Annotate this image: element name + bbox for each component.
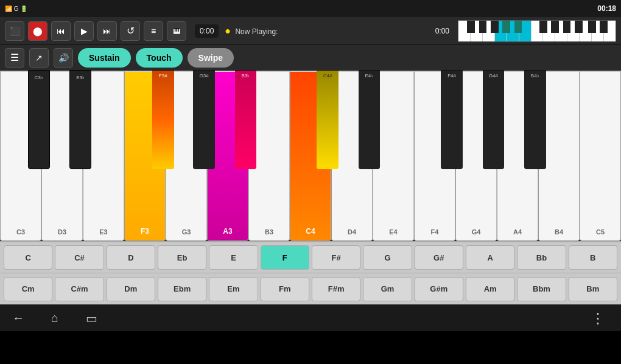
volume-button[interactable]: 🔊: [54, 48, 73, 68]
chord-Am[interactable]: Am: [466, 277, 514, 301]
chord-Fm[interactable]: Fm: [261, 277, 309, 301]
controls-bar: ☰ ↗ 🔊 Sustain Touch Swipe: [0, 45, 621, 71]
chord-Gsharp[interactable]: G#: [415, 245, 463, 270]
black-key-label: F3#: [159, 73, 167, 79]
list-button[interactable]: ≡: [144, 21, 163, 41]
now-playing-label: ● Now Playing:: [225, 26, 431, 37]
sustain-button[interactable]: Sustain: [78, 48, 131, 68]
chord-A[interactable]: A: [466, 245, 514, 270]
chord-Eb[interactable]: Eb: [158, 245, 206, 270]
key-C3sharp[interactable]: C3♭: [28, 71, 50, 169]
record-button[interactable]: ⬤: [28, 21, 47, 41]
key-G3sharp[interactable]: G3#: [193, 71, 215, 169]
nav-bar: ← ⌂ ▭ ⋮: [0, 304, 621, 331]
time-display: 00:18: [597, 4, 616, 13]
chord-Bm[interactable]: Bm: [569, 277, 617, 301]
chord-Em[interactable]: Em: [209, 277, 258, 301]
chord-F[interactable]: F: [261, 245, 309, 270]
overflow-button[interactable]: ⋮: [580, 307, 616, 329]
chord-Csharp-m[interactable]: C#m: [55, 277, 103, 301]
chord-Gm[interactable]: Gm: [363, 277, 412, 301]
prev-button[interactable]: ⏮: [51, 21, 71, 41]
chord-E[interactable]: E: [209, 245, 258, 270]
piano-section: C3 D3 E3 F3 G3 A3 B3 C4 D4 E4 F4 G4 A4 B…: [0, 71, 621, 241]
chord-B[interactable]: B: [569, 245, 617, 270]
chord-Bbm[interactable]: Bbm: [517, 277, 566, 301]
key-G4sharp[interactable]: G4#: [483, 71, 505, 169]
chord-Gsharp-m[interactable]: G#m: [415, 277, 463, 301]
chord-major-row: C C# D Eb E F F# G G# A Bb B: [0, 241, 621, 273]
chord-Fsharp-m[interactable]: F#m: [312, 277, 360, 301]
key-E4flat[interactable]: E4♭: [359, 71, 381, 169]
chord-Csharp[interactable]: C#: [55, 245, 103, 270]
signal-icon: 📶 G 🔋: [5, 5, 27, 12]
key-E3flat[interactable]: E3♭: [69, 71, 91, 169]
chord-Dm[interactable]: Dm: [107, 277, 155, 301]
touch-button[interactable]: Touch: [136, 48, 183, 68]
stop-button[interactable]: ⬛: [5, 21, 24, 41]
menu-button[interactable]: ☰: [5, 48, 24, 68]
play-button[interactable]: ▶: [74, 21, 94, 41]
recent-button[interactable]: ▭: [73, 307, 110, 329]
chord-C[interactable]: C: [4, 245, 52, 270]
black-key-label: B3♭: [241, 73, 250, 79]
start-time: 0:00: [195, 24, 219, 38]
chord-Fsharp[interactable]: F#: [312, 245, 360, 270]
black-key-label: E3♭: [76, 75, 85, 80]
black-key-label: C3♭: [35, 75, 43, 80]
chord-G[interactable]: G: [363, 245, 412, 270]
midi-button[interactable]: 🎹: [167, 21, 186, 41]
next-button[interactable]: ⏭: [97, 21, 117, 41]
chord-Cm[interactable]: Cm: [4, 277, 52, 301]
key-B3flat[interactable]: B3♭: [235, 71, 257, 169]
home-button[interactable]: ⌂: [37, 307, 73, 329]
loop-button[interactable]: ↺: [121, 21, 140, 41]
arrow-button[interactable]: ↗: [29, 48, 49, 68]
key-F3sharp[interactable]: F3#: [152, 71, 174, 169]
black-key-label: C4#: [323, 73, 332, 79]
status-bar: 📶 G 🔋 00:18: [0, 0, 621, 17]
key-C5[interactable]: C5: [580, 71, 621, 241]
key-F4sharp[interactable]: F4#: [441, 71, 463, 169]
keys-wrapper: C3 D3 E3 F3 G3 A3 B3 C4 D4 E4 F4 G4 A4 B…: [0, 71, 621, 241]
chord-D[interactable]: D: [107, 245, 155, 270]
chord-minor-row: Cm C#m Dm Ebm Em Fm F#m Gm G#m Am Bbm Bm: [0, 273, 621, 304]
status-bar-left: 📶 G 🔋: [5, 5, 27, 12]
black-key-label: B4♭: [531, 73, 539, 79]
end-time: 0:00: [435, 27, 449, 35]
black-key-label: E4♭: [365, 73, 373, 79]
toolbar: ⬛ ⬤ ⏮ ▶ ⏭ ↺ ≡ 🎹 0:00 ● Now Playing: 0:00: [0, 17, 621, 45]
black-key-label: F4#: [447, 73, 456, 79]
key-B4flat[interactable]: B4♭: [524, 71, 546, 169]
mini-keyboard: [458, 20, 616, 42]
black-key-label: G4#: [489, 73, 498, 79]
chord-Ebm[interactable]: Ebm: [158, 277, 206, 301]
chord-Bb[interactable]: Bb: [517, 245, 566, 270]
black-key-label: G3#: [200, 73, 209, 79]
status-bar-right: 00:18: [597, 4, 616, 13]
back-button[interactable]: ←: [0, 307, 37, 329]
key-C4sharp[interactable]: C4#: [317, 71, 339, 169]
swipe-button[interactable]: Swipe: [188, 48, 234, 68]
